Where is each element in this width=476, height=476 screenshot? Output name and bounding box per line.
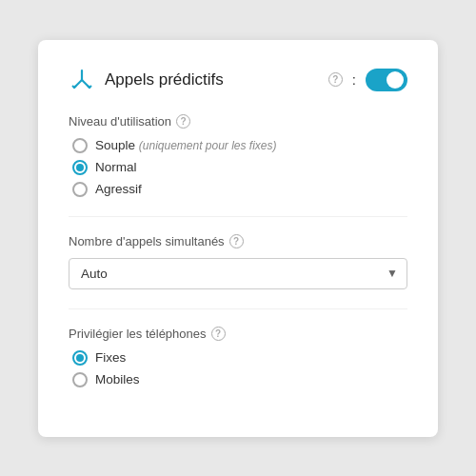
header: Appels prédictifs ? : (69, 67, 407, 93)
simultaneous-calls-select-wrapper: Auto 1 2 3 4 5 ▼ (69, 258, 407, 289)
radio-mobiles[interactable]: Mobiles (72, 372, 407, 387)
phones-help-icon[interactable]: ? (211, 327, 226, 341)
usage-level-radio-group: Souple (uniquement pour les fixes) Norma… (69, 138, 407, 197)
divider-1 (69, 216, 407, 217)
radio-label-mobiles: Mobiles (95, 372, 140, 387)
radio-circle-mobiles (72, 372, 88, 387)
usage-level-section: Niveau d'utilisation ? Souple (uniquemen… (69, 114, 407, 197)
radio-label-souple: Souple (uniquement pour les fixes) (95, 138, 277, 152)
radio-circle-agressif (72, 182, 88, 197)
predictive-calls-icon (69, 67, 95, 93)
simultaneous-calls-label: Nombre d'appels simultanés ? (69, 234, 407, 248)
radio-label-fixes: Fixes (95, 350, 126, 365)
radio-label-normal: Normal (95, 160, 137, 174)
divider-2 (69, 308, 407, 309)
settings-card: Appels prédictifs ? : Niveau d'utilisati… (38, 40, 438, 437)
radio-sublabel-souple: (uniquement pour les fixes) (139, 139, 277, 152)
radio-fixes[interactable]: Fixes (72, 350, 407, 366)
simultaneous-calls-section: Nombre d'appels simultanés ? Auto 1 2 3 … (69, 234, 407, 289)
radio-normal[interactable]: Normal (72, 160, 407, 175)
usage-level-label: Niveau d'utilisation ? (69, 114, 407, 129)
phones-label: Privilégier les téléphones ? (69, 327, 407, 341)
radio-circle-normal (72, 160, 88, 175)
radio-agressif[interactable]: Agressif (72, 182, 407, 197)
radio-circle-fixes (72, 350, 88, 366)
radio-circle-souple (72, 138, 88, 153)
radio-label-agressif: Agressif (95, 182, 142, 196)
simultaneous-calls-select[interactable]: Auto 1 2 3 4 5 (69, 258, 407, 289)
radio-souple[interactable]: Souple (uniquement pour les fixes) (72, 138, 407, 153)
usage-level-help-icon[interactable]: ? (176, 114, 190, 129)
predictive-calls-toggle[interactable] (366, 69, 407, 91)
simultaneous-calls-help-icon[interactable]: ? (229, 234, 244, 248)
help-icon-header[interactable]: ? (328, 72, 343, 87)
header-colon: : (352, 71, 356, 88)
phones-radio-group: Fixes Mobiles (69, 350, 407, 387)
header-title: Appels prédictifs (105, 70, 319, 89)
phones-section: Privilégier les téléphones ? Fixes Mobil… (69, 327, 407, 387)
